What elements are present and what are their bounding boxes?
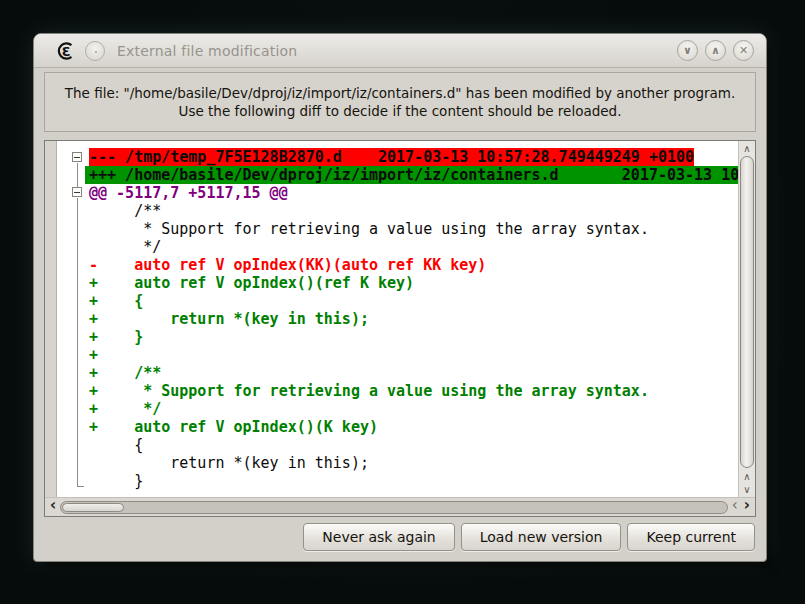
diff-main-area: --- /tmp/temp_7F5E128B2870.d 2017-03-13 … [45,141,755,497]
fold-collapse-icon[interactable] [72,187,82,197]
svg-text:Ɛ: Ɛ [62,43,71,58]
scroll-left-icon[interactable]: ‹ [48,498,58,516]
vertical-scrollbar[interactable]: ∧ ∧ ∨ [738,141,755,497]
window-menu-button[interactable] [85,41,105,61]
close-button[interactable]: ✕ [733,40,754,61]
fold-collapse-icon[interactable] [72,152,82,162]
never-ask-again-button[interactable]: Never ask again [303,523,454,551]
button-row: Never ask again Load new version Keep cu… [44,523,756,551]
diff-line: + /** [85,364,738,382]
diff-gutter [45,141,57,497]
scroll-up-secondary-icon[interactable]: ∧ [739,470,755,483]
diff-line: --- /tmp/temp_7F5E128B2870.d 2017-03-13 … [85,148,738,166]
message-panel: The file: "/home/basile/Dev/dproj/iz/imp… [44,72,756,132]
window-title: External file modification [114,43,668,59]
horizontal-scrollbar[interactable]: ‹ ‹ › [45,497,755,516]
scroll-left-secondary-icon[interactable]: ‹ [730,498,740,516]
titlebar[interactable]: Ɛ External file modification ∨ ∧ ✕ [34,34,766,68]
diff-line: */ [85,238,738,256]
maximize-button[interactable]: ∧ [705,40,726,61]
minimize-icon: ∨ [683,45,692,56]
diff-line: * Support for retrieving a value using t… [85,220,738,238]
diff-line: + [85,346,738,364]
diff-line: return *(key in this); [85,454,738,472]
diff-line: + } [85,328,738,346]
vertical-scrollbar-thumb[interactable] [740,156,754,468]
diff-lines[interactable]: --- /tmp/temp_7F5E128B2870.d 2017-03-13 … [85,141,738,497]
maximize-icon: ∧ [711,45,720,56]
window-controls: ∨ ∧ ✕ [677,40,754,61]
scroll-up-icon[interactable]: ∧ [739,142,755,155]
fold-connector-line [77,163,78,187]
diff-line: - auto ref V opIndex(KK)(auto ref KK key… [85,256,738,274]
diff-view: --- /tmp/temp_7F5E128B2870.d 2017-03-13 … [44,140,756,517]
close-icon: ✕ [739,45,748,56]
horizontal-scrollbar-track[interactable] [60,501,728,514]
diff-line: + { [85,292,738,310]
diff-line: } [85,472,738,490]
fold-connector-line [77,198,78,486]
dialog-body: The file: "/home/basile/Dev/dproj/iz/imp… [34,68,766,557]
horizontal-scrollbar-thumb[interactable] [62,503,124,512]
scroll-right-icon[interactable]: › [742,498,752,516]
message-line-1: The file: "/home/basile/Dev/dproj/iz/imp… [65,85,736,101]
diff-line: + return *(key in this); [85,310,738,328]
diff-line: +++ /home/basile/Dev/dproj/iz/import/iz/… [85,166,738,184]
minimize-button[interactable]: ∨ [677,40,698,61]
coedit-logo-icon: Ɛ [56,41,76,61]
keep-current-button[interactable]: Keep current [627,523,755,551]
vertical-scrollbar-track[interactable] [739,155,755,470]
diff-line: + */ [85,400,738,418]
load-new-version-button[interactable]: Load new version [461,523,622,551]
diff-line: + auto ref V opIndex()(ref K key) [85,274,738,292]
diff-line: + auto ref V opIndex()(K key) [85,418,738,436]
diff-line: + * Support for retrieving a value using… [85,382,738,400]
diff-line: { [85,436,738,454]
diff-line: @@ -5117,7 +5117,15 @@ [85,184,738,202]
diff-line: /** [85,202,738,220]
scroll-down-icon[interactable]: ∨ [739,483,755,496]
fold-margin [57,141,85,497]
fold-end-tick [77,486,84,487]
desktop-background: Ɛ External file modification ∨ ∧ ✕ The f… [0,0,805,604]
message-line-2: Use the following diff to decide if the … [179,103,622,119]
external-file-modification-dialog: Ɛ External file modification ∨ ∧ ✕ The f… [33,33,767,562]
